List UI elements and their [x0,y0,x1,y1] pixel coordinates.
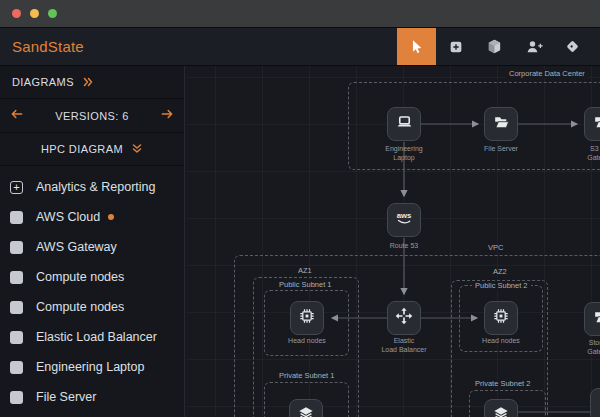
sidebar: DIAGRAMS VERSIONS: 6 HPC DIAGRAM + Analy… [0,66,185,417]
node-file-server[interactable] [484,107,518,141]
node-head-nodes-az1[interactable] [290,301,324,335]
diagrams-label: DIAGRAMS [12,76,74,88]
container-label-private-subnet-1: Private Subnet 1 [276,371,337,380]
list-item-aws-cloud[interactable]: AWS Cloud [0,202,184,232]
node-s3-file-gateway[interactable] [584,107,600,141]
node-label-head-nodes-az2: Head nodes [473,337,529,346]
list-item-label: Engineering Laptop [36,360,144,374]
cursor-icon [408,38,425,55]
list-item-elastic-load-balancer[interactable]: Elastic Load Balancer [0,322,184,352]
node-label-engineering-laptop: Engineering Laptop [376,145,432,162]
folder-icon [492,113,511,136]
container-label-vpc: VPC [485,243,506,252]
expand-plus-icon[interactable]: + [10,181,23,194]
container-label-private-subnet-2: Private Subnet 2 [472,379,533,388]
aws-icon: aws [393,207,415,233]
chip-icon [297,306,317,330]
diagram-title-header[interactable]: HPC DIAGRAM [0,133,184,166]
list-item-label: Analytics & Reporting [36,180,156,194]
node-label-elastic-load-balancer: Elastic Load Balancer [376,337,432,354]
arrow-left-icon [10,108,24,123]
toolbar [397,28,592,65]
list-item-label: AWS Gateway [36,240,117,254]
list-item-aws-gateway[interactable]: AWS Gateway [0,232,184,262]
container-label-corporate-data-center: Corporate Data Center [506,69,588,78]
list-item-label: Elastic Load Balancer [36,330,157,344]
versions-label: VERSIONS: 6 [55,110,128,122]
list-item-analytics-reporting[interactable]: + Analytics & Reporting [0,172,184,202]
node-label-file-server: File Server [473,145,529,154]
node-label-storage-gateway: Storage Gateway [573,339,600,356]
app-title: SandState [0,38,84,55]
node-square-icon [10,301,23,314]
double-chevron-right-icon [82,76,94,88]
list-item-label: Compute nodes [36,300,124,314]
folder-icon [592,113,600,136]
layers-icon [296,404,316,417]
container-label-public-subnet-1: Public Subnet 1 [276,280,335,289]
cube-icon [486,38,503,55]
node-square-icon [10,271,23,284]
layers-icon [491,404,511,417]
node-square-icon [10,391,23,404]
diamond-icon [564,38,581,55]
diagram-canvas[interactable]: Corporate Data Center VPC AZ1 Public Sub… [186,66,600,417]
component-list: + Analytics & Reporting AWS Cloud AWS Ga… [0,166,184,412]
container-label-public-subnet-2: Public Subnet 2 [472,281,531,290]
node-label-route-53: Route 53 [376,242,432,251]
chip-icon [491,306,511,330]
svg-text:aws: aws [397,211,412,220]
node-square-icon [10,331,23,344]
node-square-icon [10,241,23,254]
person-plus-icon [525,38,543,56]
previous-version-button[interactable] [10,108,24,123]
versions-bar: VERSIONS: 6 [0,99,184,133]
cursor-tool-button[interactable] [397,28,436,65]
list-item-label: Compute nodes [36,270,124,284]
laptop-icon [395,113,414,136]
arrow-right-icon [160,108,174,123]
folder-icon [592,308,600,331]
node-label-s3-file-gateway: S3 File Gateway [573,145,600,162]
move-arrows-icon [394,306,414,330]
diagram-title: HPC DIAGRAM [41,143,123,155]
node-route-53[interactable]: aws [387,203,421,237]
list-item-compute-nodes-2[interactable]: Compute nodes [0,292,184,322]
plus-square-icon [448,39,464,55]
app-header: SandState [0,28,600,66]
node-head-nodes-az2[interactable] [484,301,518,335]
list-item-label: AWS Cloud [36,210,100,224]
navigate-tool-button[interactable] [553,28,592,65]
diagrams-header[interactable]: DIAGRAMS [0,66,184,99]
node-square-icon [10,361,23,374]
package-tool-button[interactable] [475,28,514,65]
list-item-compute-nodes-1[interactable]: Compute nodes [0,262,184,292]
node-label-head-nodes-az1: Head nodes [279,337,335,346]
add-user-tool-button[interactable] [514,28,553,65]
node-partial-bottom-right[interactable] [590,388,600,417]
next-version-button[interactable] [160,108,174,123]
node-elastic-load-balancer[interactable] [387,301,421,335]
close-window-button[interactable] [12,9,21,18]
list-item-file-server[interactable]: File Server [0,382,184,412]
add-node-tool-button[interactable] [436,28,475,65]
orange-dot-badge [108,214,114,220]
list-item-engineering-laptop[interactable]: Engineering Laptop [0,352,184,382]
container-label-az1: AZ1 [295,266,315,275]
node-storage-gateway[interactable] [584,302,600,336]
minimize-window-button[interactable] [30,9,39,18]
window-titlebar [0,0,600,28]
maximize-window-button[interactable] [48,9,57,18]
node-private-subnet-1-resource[interactable] [289,399,323,417]
double-chevron-down-icon [131,143,143,155]
container-label-az2: AZ2 [490,267,510,276]
node-private-subnet-2-resource[interactable] [484,399,518,417]
node-square-icon [10,211,23,224]
list-item-label: File Server [36,390,96,404]
node-engineering-laptop[interactable] [387,107,421,141]
